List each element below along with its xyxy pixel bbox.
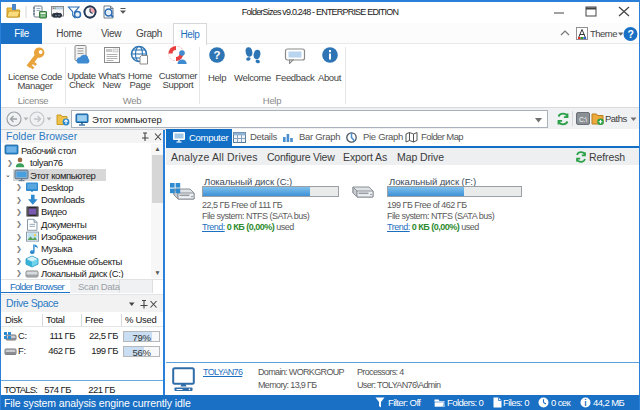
svg-text:?: ? [214, 49, 221, 61]
svg-text:?: ? [627, 28, 633, 40]
svg-text:i: i [584, 398, 586, 408]
svg-text:C:\: C:\ [579, 116, 587, 123]
svg-text:Theme: Theme [590, 28, 617, 39]
